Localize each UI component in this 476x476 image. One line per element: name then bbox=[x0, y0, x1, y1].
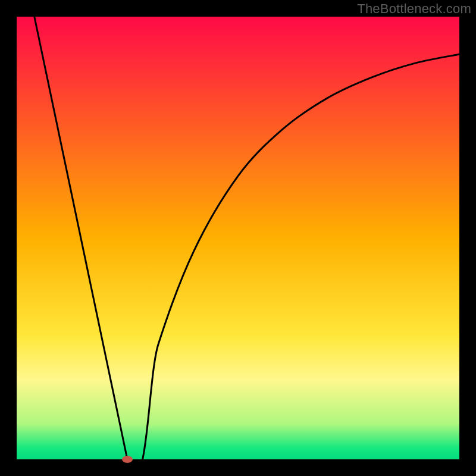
bottleneck-chart bbox=[0, 0, 476, 476]
chart-container: TheBottleneck.com bbox=[0, 0, 476, 476]
optimal-point-marker bbox=[122, 456, 133, 463]
watermark-label: TheBottleneck.com bbox=[357, 1, 471, 17]
plot-background bbox=[17, 17, 459, 459]
